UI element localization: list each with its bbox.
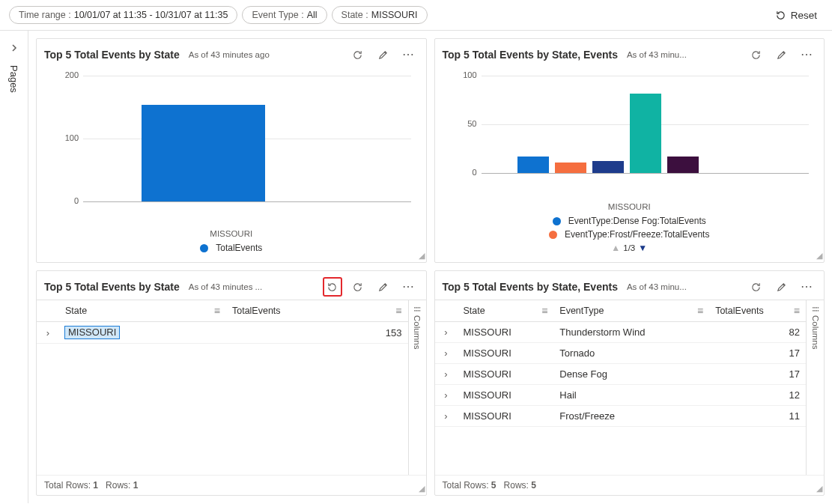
resize-handle-icon[interactable]: ◢ [816,251,822,261]
bar-thunderstorm[interactable] [630,94,661,173]
table-row[interactable]: ›MISSOURIHail12 [435,385,807,406]
edit-button[interactable] [374,277,393,297]
cell-state[interactable]: MISSOURI [458,343,554,364]
resize-handle-icon[interactable]: ◢ [419,251,425,261]
table-row[interactable]: ›MISSOURIDense Fog17 [435,364,807,385]
expand-row-icon[interactable]: › [435,322,458,343]
refresh-button[interactable] [746,277,765,297]
col-menu-icon[interactable]: ≡ [697,305,703,317]
expand-row-icon[interactable]: › [37,322,59,344]
cell-event[interactable]: Thunderstorm Wind [553,322,709,343]
table-row[interactable]: › MISSOURI 153 [37,322,408,344]
cell-event[interactable]: Tornado [553,343,709,364]
col-total[interactable]: TotalEvents≡ [226,300,408,322]
col-menu-icon[interactable]: ≡ [214,305,220,317]
event-type-filter[interactable]: Event Type : All [242,6,327,24]
label: Rows: [501,480,531,491]
resize-handle-icon[interactable]: ◢ [816,484,822,494]
col-label: TotalEvents [232,306,281,316]
expand-row-icon[interactable]: › [435,364,458,385]
col-state[interactable]: State≡ [458,300,554,322]
refresh-button[interactable] [348,45,368,64]
cell-total[interactable]: 153 [226,322,408,344]
legend-item[interactable]: TotalEvents [200,243,262,253]
refresh-button[interactable] [348,277,368,297]
cell-total[interactable]: 17 [709,343,806,364]
col-total[interactable]: TotalEvents≡ [709,300,806,322]
col-event[interactable]: EventType≡ [553,300,709,322]
bar-hail[interactable] [592,161,624,173]
resize-handle-icon[interactable]: ◢ [419,484,425,494]
cell-state[interactable]: MISSOURI [458,406,554,427]
columns-tab[interactable]: ⁞⁞Columns [408,300,426,475]
table-row[interactable]: ›MISSOURIThunderstorm Wind82 [435,322,807,343]
more-button[interactable]: ⋯ [797,277,816,297]
more-button[interactable]: ⋯ [399,45,419,64]
bar-frost-freeze[interactable] [555,163,586,173]
expand-row-icon[interactable]: › [435,385,458,406]
pages-label[interactable]: Pages [8,65,19,93]
edit-button[interactable] [771,45,791,64]
pager-prev-icon[interactable]: ▲ [611,243,620,253]
cell-state[interactable]: MISSOURI [458,385,554,406]
edit-button[interactable] [374,45,393,64]
cell-total[interactable]: 82 [709,322,806,343]
bar-tornado[interactable] [667,157,699,173]
edit-button[interactable] [771,277,791,297]
more-button[interactable]: ⋯ [797,45,816,64]
legend-pager: ▲ 1/3 ▼ [611,243,647,253]
state-filter[interactable]: State : MISSOURI [332,6,428,24]
ytick: 100 [58,133,79,142]
tile-title: Top 5 Total Events by State [44,281,180,293]
cell-value: MISSOURI [65,327,119,338]
columns-icon: ⁞⁞ [810,306,821,312]
pager-next-icon[interactable]: ▼ [638,243,647,253]
expand-rail-icon[interactable] [10,43,19,55]
cell-state[interactable]: MISSOURI [59,322,226,344]
col-label: TotalEvents [715,306,764,316]
time-range-filter[interactable]: Time range : 10/01/07 at 11:35 - 10/31/0… [9,6,237,24]
tile-title: Top 5 Total Events by State, Events [443,281,618,293]
pages-rail: Pages [0,31,28,503]
tile-title: Top 5 Total Events by State [44,49,180,61]
legend-dot-icon [200,244,208,252]
bar-dense-fog[interactable] [517,157,549,173]
value: All [307,10,318,20]
cell-state[interactable]: MISSOURI [458,322,554,343]
col-menu-icon[interactable]: ≡ [794,305,800,317]
cell-state[interactable]: MISSOURI [458,364,554,385]
value: 10/01/07 at 11:35 - 10/31/07 at 11:35 [74,10,228,20]
bar-missouri[interactable] [142,105,265,201]
value: 5 [491,480,497,491]
col-menu-icon[interactable]: ≡ [541,305,547,317]
columns-tab[interactable]: ⁞⁞Columns [806,300,824,475]
col-state[interactable]: State≡ [59,300,226,322]
expand-row-icon[interactable]: › [435,406,458,427]
value: MISSOURI [371,10,418,20]
cell-total[interactable]: 11 [709,406,806,427]
legend-label: TotalEvents [216,243,262,253]
col-menu-icon[interactable]: ≡ [395,305,401,317]
more-button[interactable]: ⋯ [399,277,419,297]
cell-total[interactable]: 17 [709,364,806,385]
reset-button[interactable]: Reset [769,7,823,24]
label: Time range : [19,10,71,20]
refresh-button[interactable] [746,45,765,64]
col-label: State [464,306,485,316]
legend-item[interactable]: EventType:Dense Fog:TotalEvents [553,216,706,226]
reset-tile-button[interactable] [323,277,342,297]
table-row[interactable]: ›MISSOURITornado17 [435,343,807,364]
columns-label: Columns [811,315,820,349]
table-row[interactable]: ›MISSOURIFrost/Freeze11 [435,406,807,427]
bar-chart: 100 50 0 [443,70,817,201]
xaxis-label: MISSOURI [44,229,419,238]
ytick: 50 [456,119,477,128]
reset-icon [775,10,786,21]
cell-event[interactable]: Frost/Freeze [553,406,709,427]
expand-row-icon[interactable]: › [435,343,458,364]
cell-event[interactable]: Hail [553,385,709,406]
cell-total[interactable]: 12 [709,385,806,406]
cell-event[interactable]: Dense Fog [553,364,709,385]
table-footer: Total Rows: 5 Rows: 5 [435,475,825,495]
legend-item[interactable]: EventType:Frost/Freeze:TotalEvents [549,229,709,240]
